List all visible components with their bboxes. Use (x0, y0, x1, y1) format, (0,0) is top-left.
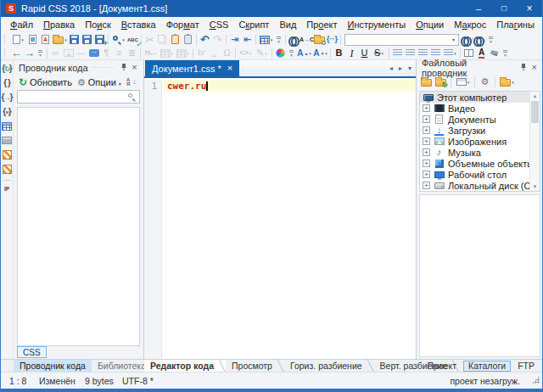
menu-windows[interactable]: Окна (540, 18, 543, 31)
frame-panel-button[interactable] (1, 135, 13, 146)
numbered-list-button[interactable]: ≣ (126, 47, 138, 59)
font-size-up-button[interactable]: A▲▾ (296, 47, 312, 59)
tab-code-editor[interactable]: Редактор кода (144, 360, 226, 372)
document-tab[interactable]: Документ1.css * × (145, 60, 239, 76)
save-button[interactable] (68, 33, 81, 46)
tab-horizontal-split[interactable]: Гориз. разбиение (284, 360, 374, 372)
close-button[interactable]: × (517, 0, 542, 17)
insert-image-button[interactable] (62, 47, 75, 59)
tree-item[interactable]: +Документы (420, 114, 540, 125)
find-in-folder-button[interactable] (313, 33, 326, 46)
align-left-button[interactable] (391, 47, 404, 59)
scrollbar-thumb[interactable] (531, 101, 539, 123)
tab-css[interactable]: CSS (17, 346, 47, 358)
pin-icon[interactable] (118, 62, 129, 73)
new-document-button[interactable]: ▾ (10, 33, 26, 46)
copy-button[interactable] (156, 33, 169, 46)
tab-scroll-left-icon[interactable]: ◂ (389, 64, 393, 72)
find-in-files-button[interactable] (288, 33, 300, 46)
heading-button[interactable]: H₁▾ (143, 47, 159, 59)
font-size-down-button[interactable]: A▼▾ (312, 47, 328, 59)
open-file-button[interactable]: ▾ (52, 33, 68, 46)
minimize-button[interactable]: – (466, 0, 491, 17)
tab-scroll-right-icon[interactable]: ▸ (399, 64, 402, 72)
underline-button[interactable]: U (358, 47, 371, 59)
save-all-button[interactable]: + (93, 33, 106, 46)
line-break-button[interactable]: br (195, 47, 208, 59)
strikethrough-button[interactable]: S▾ (371, 47, 387, 59)
tab-project[interactable]: Проект (423, 361, 462, 371)
table-wizard-button[interactable]: ▾ (258, 33, 274, 46)
edit-tag-button[interactable]: ✎▾ (254, 47, 270, 59)
insert-hr-button[interactable]: — (75, 47, 87, 59)
italic-button[interactable]: I (345, 47, 358, 59)
current-line[interactable]: cwer.ru (163, 80, 416, 92)
tree-item[interactable]: +Рабочий стол (420, 169, 540, 180)
maximize-button[interactable]: □ (491, 0, 517, 17)
expander-icon[interactable]: + (423, 171, 430, 178)
redo-button[interactable]: ↷ (211, 33, 224, 46)
find-previous-button[interactable]: ↑ (461, 33, 473, 46)
code-search-input[interactable] (18, 92, 128, 102)
scroll-up-icon[interactable]: ▲ (530, 92, 540, 100)
insert-link-button[interactable]: ∞ (49, 47, 62, 59)
menu-file[interactable]: Файл (5, 18, 38, 31)
outdent-button[interactable]: ⇤ (241, 33, 254, 46)
quick-find-input[interactable] (345, 35, 449, 44)
toolbar-overflow-icon[interactable]: ▼ (289, 50, 294, 57)
folders-menu-button[interactable]: ▾ (499, 76, 515, 88)
toolbar-overflow-icon[interactable]: ▼ (277, 36, 281, 43)
expander-icon[interactable]: + (423, 160, 430, 167)
menu-options[interactable]: Опции (411, 18, 449, 31)
undo-button[interactable]: ↶ (199, 33, 211, 46)
menu-insert[interactable]: Вставка (116, 18, 161, 31)
menu-css[interactable]: CSS (204, 18, 234, 31)
table-panel-button[interactable] (1, 120, 13, 132)
open-in-browser-button[interactable] (26, 33, 39, 46)
toolbar-overflow-icon[interactable]: ▼ (38, 50, 42, 57)
paste-button[interactable] (182, 33, 194, 46)
tree-item[interactable]: +Изображения (420, 136, 540, 147)
view-mode-button[interactable]: ▾ (455, 76, 471, 88)
nbsp-button[interactable]: ␣ (208, 47, 221, 59)
toolbar-overflow-icon[interactable]: ▼ (503, 50, 507, 57)
folder-up-button[interactable]: ↑ (420, 76, 433, 88)
tree-item[interactable]: +Видео (420, 103, 540, 114)
toolbar-grip[interactable] (4, 35, 8, 44)
swatches-panel-button[interactable]: ✓ (1, 164, 13, 175)
tab-list-icon[interactable]: ▾ (408, 64, 411, 72)
sort-az-button[interactable]: AЯ↓ (125, 76, 137, 88)
tab-folders[interactable]: Каталоги (463, 361, 511, 372)
tree-item[interactable]: +Локальный диск (C:) (420, 180, 540, 191)
braces-button[interactable]: { } (1, 77, 13, 88)
tree-item[interactable]: Этот компьютер (420, 92, 540, 103)
close-panel-icon[interactable]: × (529, 62, 540, 73)
back-button[interactable]: ← (10, 47, 23, 59)
expander-icon[interactable]: + (423, 182, 430, 189)
expander-icon[interactable]: + (423, 137, 430, 145)
color-picker-button[interactable] (274, 47, 287, 59)
paste-as-html-button[interactable] (169, 33, 182, 46)
menu-view[interactable]: Вид (274, 18, 301, 31)
explorer-settings-button[interactable]: ⚙ (479, 76, 491, 88)
refresh-button[interactable]: ↻ Обновить (17, 76, 74, 88)
resize-grip[interactable] (532, 376, 540, 384)
chevron-down-icon[interactable]: ▾ (449, 36, 458, 42)
insert-comment-button[interactable]: ··· (87, 47, 100, 59)
code-explorer-list[interactable] (17, 107, 140, 346)
options-button[interactable]: ⚙ Опции ▾ (76, 76, 123, 88)
expander-icon[interactable]: + (423, 104, 430, 112)
css-check-button[interactable]: {↻} (1, 63, 13, 74)
cut-button[interactable]: ✂ (143, 33, 156, 46)
code-builder-button[interactable]: {··} (326, 33, 339, 46)
css-format-button[interactable]: {→} (1, 92, 13, 103)
insert-table-button[interactable]: ▾ (159, 47, 175, 59)
folder-refresh-button[interactable]: ↻ (434, 76, 447, 88)
tree-item[interactable]: +Объемные объекты (420, 158, 540, 169)
scroll-down-icon[interactable]: ▼ (530, 182, 540, 191)
palette-panel-button[interactable]: ✓ (1, 149, 13, 160)
tab-library[interactable]: Библиотека (92, 360, 152, 372)
menu-script[interactable]: Скрипт (233, 18, 274, 31)
menu-macro[interactable]: Макрос (449, 18, 491, 31)
menu-search[interactable]: Поиск (80, 18, 116, 31)
